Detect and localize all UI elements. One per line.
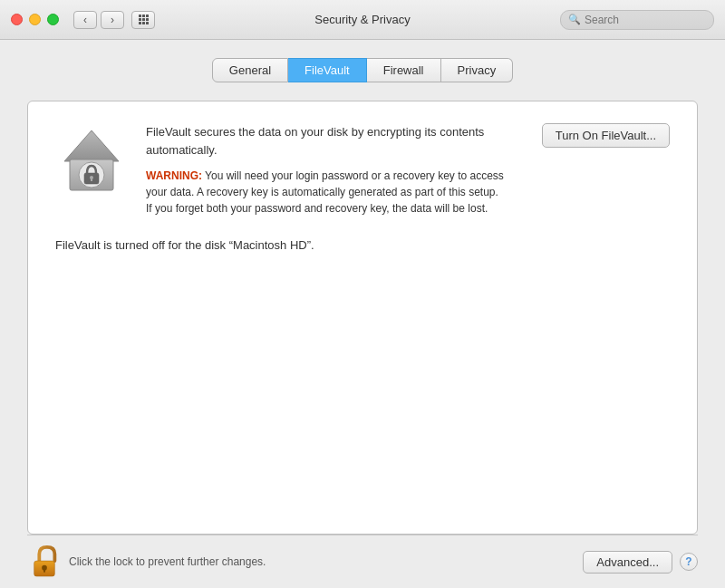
bottom-bar: Click the lock to prevent further change… <box>27 535 698 588</box>
help-button[interactable]: ? <box>680 553 698 571</box>
titlebar: ‹ › Security & Privacy 🔍 <box>0 0 725 40</box>
search-input[interactable] <box>585 14 706 26</box>
svg-marker-0 <box>64 130 119 161</box>
panel-top: FileVault secures the data on your disk … <box>55 123 670 217</box>
lock-icon-button[interactable] <box>27 545 62 579</box>
close-button[interactable] <box>11 14 23 25</box>
grid-icon <box>139 14 149 24</box>
nav-buttons: ‹ › <box>73 11 124 29</box>
main-content: General FileVault Firewall Privacy <box>0 40 725 588</box>
svg-rect-5 <box>91 178 92 181</box>
tab-firewall[interactable]: Firewall <box>367 58 441 82</box>
tab-general[interactable]: General <box>212 58 288 82</box>
lock-hint-text: Click the lock to prevent further change… <box>69 555 583 568</box>
grid-button[interactable] <box>131 11 155 29</box>
maximize-button[interactable] <box>47 14 59 25</box>
back-button[interactable]: ‹ <box>73 11 97 29</box>
traffic-lights <box>11 14 59 25</box>
search-icon: 🔍 <box>568 14 581 25</box>
content-panel: FileVault secures the data on your disk … <box>27 101 698 535</box>
window-title: Security & Privacy <box>314 13 410 26</box>
forward-button[interactable]: › <box>101 11 124 29</box>
tab-filevault[interactable]: FileVault <box>288 58 367 82</box>
minimize-button[interactable] <box>29 14 41 25</box>
filevault-icon <box>55 123 128 196</box>
tab-privacy[interactable]: Privacy <box>441 58 514 82</box>
tab-bar: General FileVault Firewall Privacy <box>27 58 698 82</box>
description-text: FileVault secures the data on your disk … <box>146 123 506 159</box>
lock-icon <box>30 545 59 578</box>
warning-label: WARNING: <box>146 169 202 182</box>
search-box[interactable]: 🔍 <box>560 10 714 30</box>
advanced-button[interactable]: Advanced... <box>583 551 672 574</box>
description-area: FileVault secures the data on your disk … <box>146 123 506 217</box>
warning-text: WARNING: You will need your login passwo… <box>146 168 506 217</box>
status-text: FileVault is turned off for the disk “Ma… <box>55 238 670 252</box>
svg-rect-8 <box>44 569 45 573</box>
turn-on-filevault-button[interactable]: Turn On FileVault... <box>542 123 670 148</box>
